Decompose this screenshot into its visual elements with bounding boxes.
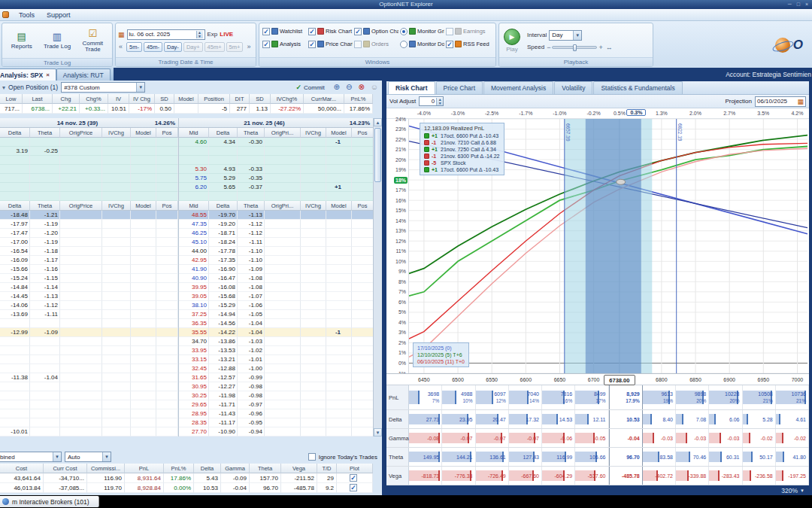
option-row[interactable]: 32.45-12.88-1.00: [0, 364, 373, 373]
window-toggle-orders[interactable]: Orders: [354, 38, 398, 50]
scroll-up-icon[interactable]: ▲: [374, 118, 382, 126]
option-row[interactable]: -14.45-1.1339.05-15.68-1.07: [0, 292, 373, 301]
option-row[interactable]: -10.0127.70-10.90-0.94: [0, 427, 373, 437]
option-row[interactable]: -17.47-1.2046.25-18.71-1.12: [0, 229, 373, 238]
tab-statistics-fundamentals[interactable]: Statistics & Fundamentals: [593, 81, 682, 94]
time-step-button[interactable]: 5m-: [126, 42, 142, 52]
plot-checkbox[interactable]: ✓: [350, 474, 357, 482]
tab-price-chart[interactable]: Price Chart: [436, 81, 483, 94]
checkbox-icon[interactable]: ✓: [446, 41, 453, 48]
strategy-select[interactable]: #378 Custom ▼: [61, 82, 145, 93]
option-row[interactable]: 4.604.34-0.30-1: [0, 138, 373, 147]
time-step-button[interactable]: 45m+: [205, 42, 225, 52]
time-step-button[interactable]: 45m-: [144, 42, 162, 52]
option-row[interactable]: 30.25-11.98-0.98: [0, 391, 373, 400]
checkbox-icon[interactable]: [354, 41, 362, 48]
tab-analysis-spx[interactable]: Analysis: SPX ×: [0, 68, 56, 81]
trade-log-button[interactable]: ▥ Trade Log: [40, 24, 74, 57]
menu-support[interactable]: Support: [41, 11, 77, 20]
option-row[interactable]: 28.95-11.43-0.96: [0, 409, 373, 418]
option-row[interactable]: 6.205.65-0.37+1: [0, 183, 373, 192]
speed-slider[interactable]: − +: [547, 44, 603, 51]
option-row[interactable]: -12.99-1.0935.55-14.22-1.04-1: [0, 328, 373, 337]
chart-plot[interactable]: 6657.396822.19 12,183.09 Realized PnL+11…: [409, 119, 807, 373]
time-step-button[interactable]: Day+: [183, 42, 203, 52]
date-spinner-icons[interactable]: ▲▼: [196, 31, 203, 38]
option-row[interactable]: 33.95-13.53-1.02: [0, 346, 373, 355]
option-row[interactable]: -14.84-1.1439.95-16.08-1.08: [0, 283, 373, 292]
spinner-arrows[interactable]: ▲▼: [436, 98, 443, 105]
smiley-icon[interactable]: ☺: [369, 84, 380, 91]
zoom-out-icon[interactable]: ⊖: [344, 84, 353, 91]
option-row[interactable]: -13.69-1.1137.25-14.94-1.05: [0, 310, 373, 319]
option-chain-scrollbar[interactable]: ▲ ▼: [373, 118, 382, 437]
display-mode-select[interactable]: bined ▼: [0, 452, 62, 462]
option-row[interactable]: -18.48-1.2148.55-19.70-1.13: [0, 211, 373, 220]
option-row[interactable]: 28.35-11.17-0.95: [0, 418, 373, 427]
window-toggle-watchlist[interactable]: ✓Watchlist: [262, 25, 307, 38]
checkbox-icon[interactable]: ✓: [308, 41, 316, 48]
option-row[interactable]: 33.15-13.21-1.01: [0, 355, 373, 364]
option-row[interactable]: 34.70-13.86-1.03: [0, 337, 373, 346]
close-position-icon[interactable]: ⊗: [356, 84, 365, 91]
option-row[interactable]: -17.97-1.1947.35-19.20-1.12: [0, 220, 373, 229]
checkbox-icon[interactable]: ✓: [308, 28, 316, 35]
step-forward-icon[interactable]: »: [246, 43, 251, 50]
checkbox-icon[interactable]: ✓: [262, 41, 270, 48]
option-row[interactable]: [0, 156, 373, 165]
option-row[interactable]: 3.19-0.25: [0, 147, 373, 156]
speed-slider-handle[interactable]: [573, 44, 577, 51]
trading-date-input[interactable]: lu. 06 oct. 2025 ▲▼: [127, 29, 205, 40]
commit-button[interactable]: ✓ Commit: [292, 82, 329, 93]
option-row[interactable]: -17.00-1.1945.10-18.24-1.11: [0, 238, 373, 247]
window-toggle-monitor-grid[interactable]: Monitor Grid: [400, 25, 444, 38]
window-toggle-price-chart[interactable]: ✓Price Chart: [308, 38, 353, 50]
tab-close-icon[interactable]: ×: [46, 71, 50, 78]
zoom-in-icon[interactable]: ⊕: [332, 84, 341, 91]
scrollbar-thumb[interactable]: [374, 128, 381, 182]
projection-date-input[interactable]: 06/10/2025 ▦: [755, 96, 806, 107]
interval-select[interactable]: Day ▼: [549, 30, 582, 41]
app-icon[interactable]: [2, 11, 9, 18]
speed-reset-icon[interactable]: ↔: [605, 44, 614, 51]
option-row[interactable]: -15.66-1.1641.90-16.90-1.09: [0, 265, 373, 274]
scrollbar-track[interactable]: [374, 126, 382, 428]
menu-tools[interactable]: Tools: [13, 11, 41, 20]
maximize-icon[interactable]: □: [797, 0, 800, 9]
window-toggle-monitor-dock[interactable]: Monitor Dock: [400, 38, 444, 50]
collapse-icon[interactable]: ▾: [2, 84, 5, 91]
tab-volatility[interactable]: Volatility: [554, 81, 592, 94]
option-row[interactable]: 29.65-11.71-0.97: [0, 400, 373, 409]
time-step-button[interactable]: 5m+: [226, 42, 244, 52]
window-toggle-risk-chart[interactable]: ✓Risk Chart: [308, 25, 353, 38]
ignore-trades-checkbox[interactable]: [308, 453, 316, 461]
speed-minus-icon[interactable]: −: [547, 44, 550, 51]
window-toggle-rss-feed[interactable]: ✓RSS Feed: [446, 38, 490, 50]
window-toggle-analysis[interactable]: ✓Analysis: [262, 38, 307, 50]
radio-icon[interactable]: [400, 28, 408, 35]
option-row[interactable]: 30.95-12.27-0.98: [0, 382, 373, 391]
option-row[interactable]: -15.24-1.1540.90-16.47-1.08: [0, 274, 373, 283]
commit-trade-button[interactable]: ☑ Commit Trade: [76, 24, 110, 57]
minimize-icon[interactable]: ─: [788, 0, 792, 9]
time-step-button[interactable]: Day-: [164, 42, 182, 52]
tab-risk-chart[interactable]: Risk Chart: [388, 81, 435, 94]
option-row[interactable]: -16.54-1.1844.00-17.78-1.10: [0, 247, 373, 256]
chart-legend[interactable]: 12,183.09 Realized PnL+117oct. 6600 Put …: [420, 123, 504, 175]
window-toggle-option-chain[interactable]: ✓Option Chain: [354, 25, 398, 38]
option-row[interactable]: 36.35-14.56-1.04: [0, 319, 373, 328]
plot-checkbox[interactable]: ✓: [350, 484, 357, 491]
play-button[interactable]: ▶: [504, 29, 520, 45]
reports-button[interactable]: ▤ Reports: [5, 24, 38, 57]
speed-plus-icon[interactable]: +: [598, 44, 602, 51]
checkbox-icon[interactable]: [446, 28, 453, 35]
option-row[interactable]: 5.304.93-0.33: [0, 165, 373, 174]
checkbox-icon[interactable]: ✓: [262, 28, 270, 35]
speed-slider-track[interactable]: [552, 46, 597, 49]
option-row[interactable]: 5.755.29-0.35: [0, 174, 373, 183]
vol-adjust-spinner[interactable]: 0 ▲▼: [419, 96, 444, 106]
tab-movement-analysis[interactable]: Movement Analysis: [483, 81, 553, 94]
option-row[interactable]: -11.38-1.0431.65-12.57-0.99: [0, 373, 373, 382]
radio-icon[interactable]: [400, 41, 408, 48]
zoom-control[interactable]: 320% ▼: [781, 487, 804, 494]
